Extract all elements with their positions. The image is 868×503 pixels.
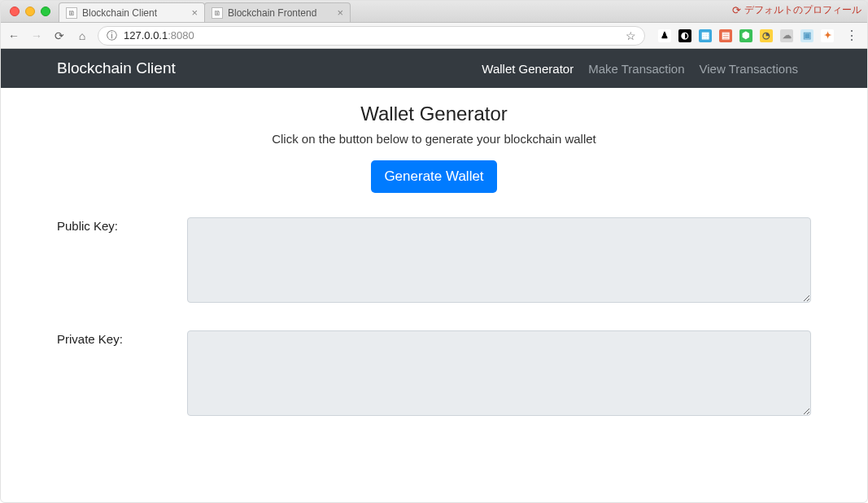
generate-wallet-button[interactable]: Generate Wallet xyxy=(371,160,496,193)
window-controls xyxy=(7,0,55,22)
nav-link-make-transaction[interactable]: Make Transaction xyxy=(588,62,684,76)
page-content: Wallet Generator Click on the button bel… xyxy=(0,88,868,419)
page-title: Wallet Generator xyxy=(57,103,811,125)
site-info-icon[interactable]: ⓘ xyxy=(107,28,117,43)
app-brand[interactable]: Blockchain Client xyxy=(57,59,176,77)
app-nav-links: Wallet GeneratorMake TransactionView Tra… xyxy=(482,62,855,76)
url-text: 127.0.0.1:8080 xyxy=(124,29,194,42)
private-key-row: Private Key: xyxy=(57,330,811,419)
file-icon: 🗎 xyxy=(212,7,223,19)
tab-title: Blockchain Frontend xyxy=(228,7,316,19)
browser-toolbar: ← → ⟳ ⌂ ⓘ 127.0.0.1:8080 ☆ ♟◐▦▤⬢◔☁▣✦ ⋮ xyxy=(0,23,868,49)
nav-forward-button[interactable]: → xyxy=(29,28,44,43)
private-key-label: Private Key: xyxy=(57,330,187,346)
ext-mask-icon[interactable]: ◐ xyxy=(678,29,691,42)
public-key-label: Public Key: xyxy=(57,217,187,233)
nav-home-button[interactable]: ⌂ xyxy=(75,28,89,43)
tab-close-icon[interactable]: × xyxy=(191,7,198,18)
profile-label: デフォルトのプロフィール xyxy=(744,3,861,17)
address-bar[interactable]: ⓘ 127.0.0.1:8080 ☆ xyxy=(98,26,645,46)
nav-link-view-transactions[interactable]: View Transactions xyxy=(700,62,798,76)
ext-translate-icon[interactable]: ▦ xyxy=(699,29,712,42)
profile-chip[interactable]: ⟳ デフォルトのプロフィール xyxy=(732,3,861,17)
ext-doc-icon[interactable]: ▣ xyxy=(800,29,813,42)
browser-tabstrip: 🗎 Blockchain Client × 🗎 Blockchain Front… xyxy=(0,0,868,23)
nav-link-wallet-generator[interactable]: Wallet Generator xyxy=(482,62,574,76)
browser-tab-inactive[interactable]: 🗎 Blockchain Frontend × xyxy=(204,2,351,22)
browser-tabs: 🗎 Blockchain Client × 🗎 Blockchain Front… xyxy=(59,0,350,22)
browser-tab-active[interactable]: 🗎 Blockchain Client × xyxy=(59,2,205,22)
profile-icon: ⟳ xyxy=(732,4,741,16)
window-close-button[interactable] xyxy=(10,7,20,16)
window-zoom-button[interactable] xyxy=(41,7,50,16)
app-navbar: Blockchain Client Wallet GeneratorMake T… xyxy=(0,49,868,88)
bookmark-star-icon[interactable]: ☆ xyxy=(626,29,636,42)
ext-1-icon[interactable]: ♟ xyxy=(658,29,671,42)
public-key-row: Public Key: xyxy=(57,217,811,306)
tab-title: Blockchain Client xyxy=(82,7,157,19)
public-key-field[interactable] xyxy=(187,217,811,303)
browser-menu-button[interactable]: ⋮ xyxy=(842,28,861,43)
ext-fox-icon[interactable]: ✦ xyxy=(821,29,834,42)
ext-cloud-icon[interactable]: ☁ xyxy=(780,29,793,42)
tab-close-icon[interactable]: × xyxy=(337,7,343,18)
nav-reload-button[interactable]: ⟳ xyxy=(52,28,67,43)
nav-back-button[interactable]: ← xyxy=(7,28,21,43)
window-minimize-button[interactable] xyxy=(25,7,35,16)
extension-icons: ♟◐▦▤⬢◔☁▣✦ xyxy=(653,29,834,42)
page-subtitle: Click on the button below to generate yo… xyxy=(57,132,811,146)
ext-grid-icon[interactable]: ▤ xyxy=(719,29,732,42)
file-icon: 🗎 xyxy=(66,7,77,19)
ext-clock-icon[interactable]: ◔ xyxy=(760,29,773,42)
ext-bug-icon[interactable]: ⬢ xyxy=(739,29,752,42)
private-key-field[interactable] xyxy=(187,330,811,416)
